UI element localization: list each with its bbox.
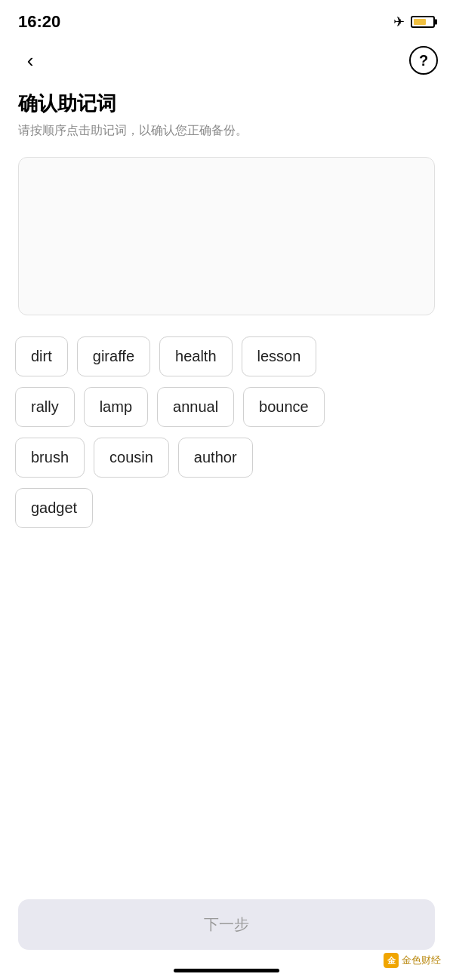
word-btn-lesson[interactable]: lesson (242, 336, 317, 376)
word-btn-giraffe[interactable]: giraffe (77, 336, 150, 376)
battery-fill (414, 19, 426, 25)
watermark-icon: 金 (384, 953, 399, 968)
watermark: 金 金色财经 (384, 953, 441, 968)
next-button[interactable]: 下一步 (18, 899, 435, 950)
word-btn-gadget[interactable]: gadget (15, 488, 93, 528)
battery-icon (411, 16, 435, 28)
home-indicator (174, 969, 279, 972)
back-button[interactable]: ‹ (15, 45, 45, 75)
word-btn-author[interactable]: author (178, 438, 253, 478)
word-btn-rally[interactable]: rally (15, 387, 75, 427)
word-btn-health[interactable]: health (159, 336, 233, 376)
nav-bar: ‹ ? (0, 39, 453, 84)
words-row-2: rally lamp annual bounce (15, 387, 438, 427)
words-row-3: brush cousin author (15, 438, 438, 478)
status-icons: ✈ (393, 14, 435, 30)
page-title: 确认助记词 (18, 91, 435, 117)
page-subtitle: 请按顺序点击助记词，以确认您正确备份。 (18, 123, 435, 139)
status-time: 16:20 (18, 12, 60, 32)
word-btn-bounce[interactable]: bounce (243, 387, 325, 427)
words-area: dirt giraffe health lesson rally lamp an… (0, 330, 453, 554)
words-row-4: gadget (15, 488, 438, 528)
watermark-text: 金色财经 (402, 954, 441, 967)
help-button[interactable]: ? (409, 46, 438, 75)
status-bar: 16:20 ✈ (0, 0, 453, 39)
mnemonic-display-area (18, 157, 435, 315)
word-btn-cousin[interactable]: cousin (94, 438, 169, 478)
page-header: 确认助记词 请按顺序点击助记词，以确认您正确备份。 (0, 84, 453, 151)
words-row-1: dirt giraffe health lesson (15, 336, 438, 376)
airplane-icon: ✈ (393, 14, 405, 30)
word-btn-brush[interactable]: brush (15, 438, 85, 478)
word-btn-dirt[interactable]: dirt (15, 336, 68, 376)
word-btn-annual[interactable]: annual (157, 387, 234, 427)
word-btn-lamp[interactable]: lamp (84, 387, 148, 427)
